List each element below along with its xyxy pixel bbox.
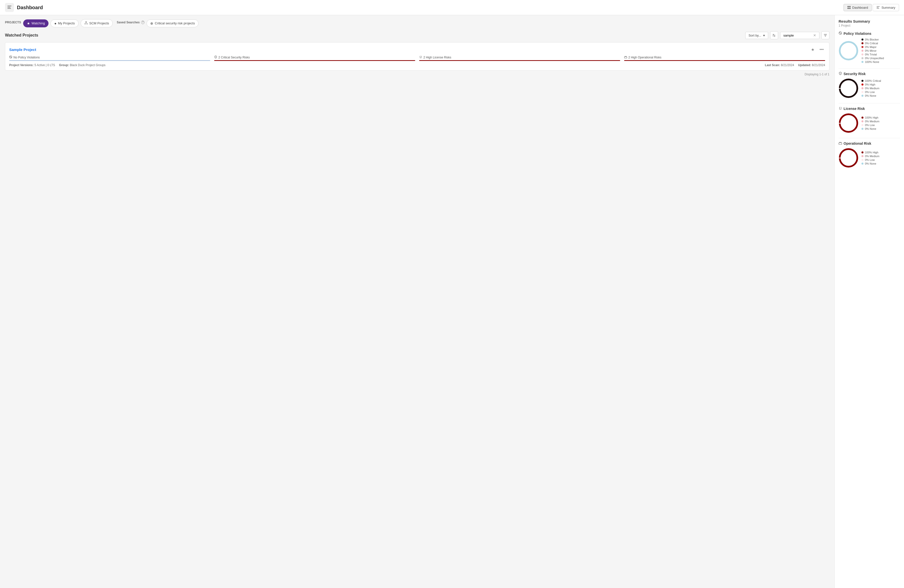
person-icon: ● <box>54 21 56 25</box>
filter-my-projects-btn[interactable]: ● My Projects <box>51 19 78 27</box>
trivial-dot <box>861 54 863 55</box>
svg-rect-3 <box>847 6 849 7</box>
none-operational-dot <box>861 162 863 165</box>
list-item: 0% Low <box>861 124 879 126</box>
advanced-filter-btn[interactable] <box>822 32 830 39</box>
controls-right: Sort by... ▾ ✕ <box>745 32 830 39</box>
risk-item-policy: No Policy Violations <box>9 55 210 61</box>
meta-right: Last Scan: 8/21/2024 Updated: 8/21/2024 <box>765 63 825 67</box>
header-nav: Dashboard Summary <box>844 4 899 11</box>
svg-rect-5 <box>847 8 849 9</box>
policy-donut-row: 0% Blocker 0% Critical 0% Major 0% Minor <box>839 38 900 63</box>
right-panel: Results Summary 1 Project Policy Violati… <box>834 15 904 588</box>
search-box: ✕ <box>780 32 819 39</box>
operational-section-icon <box>839 141 842 145</box>
risk-label-security: 2 Critical Security Risks <box>214 55 415 59</box>
risk-row: No Policy Violations <box>9 55 825 61</box>
low-security-dot <box>861 91 863 93</box>
search-clear-btn[interactable]: ✕ <box>812 33 817 37</box>
saved-searches-info-icon[interactable]: ? <box>141 20 145 24</box>
none-security-dot <box>861 95 863 97</box>
risk-item-license: 2 High License Risks <box>419 55 620 61</box>
svg-line-13 <box>85 22 86 24</box>
svg-point-37 <box>840 80 858 97</box>
risk-bar-license <box>419 60 620 61</box>
sort-select[interactable]: Sort by... ▾ <box>745 32 768 39</box>
svg-rect-28 <box>625 56 625 57</box>
list-item: 0% None <box>861 94 881 97</box>
list-item: 0% Medium <box>861 120 879 123</box>
project-name-link[interactable]: Sample Project <box>9 47 36 52</box>
svg-rect-2 <box>8 8 11 9</box>
medium-security-dot <box>861 87 863 89</box>
risk-bar-policy <box>9 60 210 61</box>
license-icon <box>419 55 422 59</box>
high-security-dot <box>861 84 863 85</box>
none-license-dot <box>861 128 863 130</box>
none-policy-dot <box>861 61 863 63</box>
filter-scm-projects-btn[interactable]: SCM Projects <box>81 19 113 27</box>
svg-point-46 <box>840 149 858 167</box>
project-card-actions: ★ ••• <box>809 46 825 53</box>
low-license-dot <box>861 124 863 126</box>
header-left: Dashboard <box>5 3 43 12</box>
policy-donut-svg <box>839 41 858 61</box>
security-donut-svg <box>839 78 858 98</box>
sort-dir-icon <box>773 33 776 37</box>
results-summary-sub: 1 Project <box>839 24 900 27</box>
watched-projects-header: Watched Projects Sort by... ▾ <box>5 32 830 39</box>
scm-icon <box>84 21 88 25</box>
unspecified-dot <box>861 57 863 59</box>
filter-critical-security-btn[interactable]: ⊕ Critical security risk projects <box>147 19 199 27</box>
license-donut-svg <box>839 113 858 133</box>
svg-rect-27 <box>624 57 627 58</box>
watched-projects-title: Watched Projects <box>5 33 38 38</box>
svg-rect-9 <box>877 8 879 9</box>
displaying-text: Displaying 1-1 of 1 <box>5 73 830 76</box>
list-item: 0% Medium <box>861 154 879 158</box>
more-options-btn[interactable]: ••• <box>818 46 825 53</box>
project-list: Sample Project ★ ••• <box>5 42 830 71</box>
security-section-icon <box>839 72 842 76</box>
operational-risk-header: Operational Risk <box>839 141 900 145</box>
security-risk-header: Security Risk <box>839 72 900 76</box>
search-input[interactable] <box>782 32 812 39</box>
list-item: 0% Minor <box>861 49 884 52</box>
svg-line-14 <box>86 22 87 24</box>
list-item: 0% Low <box>861 90 881 93</box>
dashboard-nav-btn[interactable]: Dashboard <box>844 4 872 11</box>
high-license-dot <box>861 117 863 118</box>
operational-donut <box>839 148 858 168</box>
app-header: Dashboard Dashboard Summary <box>0 0 904 15</box>
filter-watching-btn[interactable]: ★ Watching <box>23 19 49 27</box>
list-item: 100% Critical <box>861 79 881 82</box>
policy-donut <box>839 41 858 61</box>
sort-direction-btn[interactable] <box>770 32 778 39</box>
operational-risk-section: Operational Risk 100% High <box>839 141 900 168</box>
risk-label-policy: No Policy Violations <box>9 55 210 59</box>
operational-donut-row: 100% High 0% Medium 0% Low 0% None <box>839 148 900 168</box>
summary-nav-icon <box>876 6 880 9</box>
risk-bar-operational <box>624 60 825 61</box>
project-card-header: Sample Project ★ ••• <box>9 46 825 53</box>
security-risk-section: Security Risk 100% Critical <box>839 72 900 98</box>
svg-point-12 <box>87 24 87 24</box>
svg-line-24 <box>10 56 12 58</box>
table-row: Sample Project ★ ••• <box>5 42 830 71</box>
security-legend: 100% Critical 0% High 0% Medium 0% Low <box>861 79 881 97</box>
medium-license-dot <box>861 120 863 122</box>
svg-point-10 <box>85 21 87 22</box>
security-donut <box>839 78 858 98</box>
filter-icon <box>823 33 827 37</box>
star-project-btn[interactable]: ★ <box>809 46 816 53</box>
summary-nav-btn[interactable]: Summary <box>872 4 899 11</box>
list-item: 0% Unspecified <box>861 57 884 60</box>
app-icon <box>5 3 14 12</box>
risk-label-license: 2 High License Risks <box>419 55 620 59</box>
low-operational-dot <box>861 159 863 161</box>
list-item: 0% Blocker <box>861 38 884 41</box>
star-icon: ★ <box>27 21 30 25</box>
list-item: 0% None <box>861 162 879 165</box>
major-dot <box>861 46 863 48</box>
risk-bar-security <box>214 60 415 61</box>
